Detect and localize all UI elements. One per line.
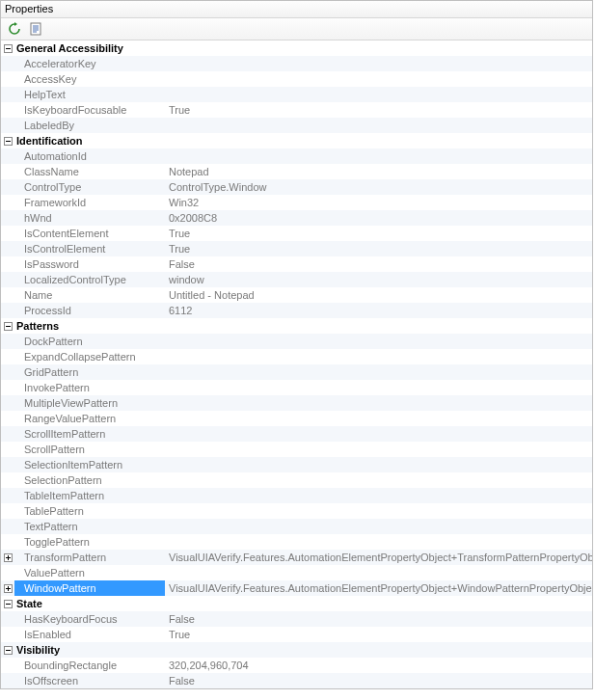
property-value[interactable] [165,534,592,550]
property-value[interactable] [165,364,592,380]
property-row[interactable]: IsControlElementTrue [1,241,592,256]
collapse-icon[interactable] [1,40,14,56]
property-row[interactable]: ValuePattern [1,565,592,580]
category-row[interactable]: Identification [1,133,592,148]
property-value[interactable] [165,472,592,488]
property-value[interactable]: False [165,611,592,627]
property-value[interactable]: True [165,226,592,241]
property-row[interactable]: IsKeyboardFocusableTrue [1,102,592,118]
property-row[interactable]: HelpText [1,87,592,102]
property-value[interactable]: True [165,241,592,256]
property-row[interactable]: ScrollItemPattern [1,426,592,442]
property-value[interactable]: False [165,256,592,272]
property-row[interactable]: BoundingRectangle320,204,960,704 [1,658,592,673]
expander-spacer [1,534,14,550]
expander-spacer [1,241,14,256]
property-value[interactable] [165,380,592,395]
property-value[interactable]: 0x2008C8 [165,210,592,226]
property-value[interactable]: VisualUIAVerify.Features.AutomationEleme… [165,550,592,565]
property-value[interactable] [165,411,592,426]
property-value[interactable] [165,87,592,102]
property-row[interactable]: IsContentElementTrue [1,226,592,241]
category-row[interactable]: General Accessibility [1,40,592,56]
property-label: HelpText [14,87,165,102]
property-row[interactable]: DockPattern [1,334,592,349]
collapse-icon[interactable] [1,642,14,658]
property-row[interactable]: TransformPatternVisualUIAVerify.Features… [1,550,592,565]
property-value[interactable] [165,565,592,580]
property-value[interactable] [165,56,592,71]
property-value[interactable]: Notepad [165,164,592,179]
property-row[interactable]: GridPattern [1,364,592,380]
property-row[interactable]: RangeValuePattern [1,411,592,426]
property-row[interactable]: hWnd0x2008C8 [1,210,592,226]
category-label: Visibility [14,642,165,658]
property-row[interactable]: ClassNameNotepad [1,164,592,179]
property-label: BoundingRectangle [14,658,165,673]
property-row[interactable]: ProcessId6112 [1,303,592,318]
collapse-icon[interactable] [1,133,14,148]
property-value[interactable] [165,71,592,87]
property-row[interactable]: IsOffscreenFalse [1,673,592,688]
refresh-button[interactable] [7,21,22,37]
category-row[interactable]: State [1,596,592,611]
expander-spacer [1,334,14,349]
property-row[interactable]: InvokePattern [1,380,592,395]
property-row[interactable]: SelectionPattern [1,472,592,488]
property-value[interactable]: VisualUIAVerify.Features.AutomationEleme… [165,580,592,596]
property-value[interactable] [165,457,592,472]
property-row[interactable]: SelectionItemPattern [1,457,592,472]
property-row[interactable]: ExpandCollapsePattern [1,349,592,364]
property-row[interactable]: HasKeyboardFocusFalse [1,611,592,627]
property-row[interactable]: TablePattern [1,503,592,519]
category-row[interactable]: Visibility [1,642,592,658]
property-value[interactable]: True [165,102,592,118]
property-row[interactable]: TableItemPattern [1,488,592,503]
property-row[interactable]: LabeledBy [1,118,592,133]
property-value[interactable] [165,519,592,534]
property-value[interactable]: Untitled - Notepad [165,287,592,303]
property-value[interactable]: False [165,673,592,688]
category-label: General Accessibility [14,40,165,56]
property-value[interactable]: True [165,627,592,642]
property-label: FrameworkId [14,195,165,210]
property-value[interactable]: 320,204,960,704 [165,658,592,673]
property-row[interactable]: IsPasswordFalse [1,256,592,272]
expand-icon[interactable] [1,580,14,596]
property-value[interactable] [165,349,592,364]
expand-icon[interactable] [1,550,14,565]
property-row[interactable]: ScrollPattern [1,442,592,457]
property-value[interactable] [165,503,592,519]
view-button[interactable] [28,21,43,37]
property-row[interactable]: AcceleratorKey [1,56,592,71]
property-value[interactable]: 6112 [165,303,592,318]
collapse-icon[interactable] [1,596,14,611]
property-value[interactable]: ControlType.Window [165,179,592,195]
property-row[interactable]: TogglePattern [1,534,592,550]
property-row[interactable]: WindowPatternVisualUIAVerify.Features.Au… [1,580,592,596]
property-row[interactable]: MultipleViewPattern [1,395,592,411]
property-value[interactable] [165,118,592,133]
property-row[interactable]: ControlTypeControlType.Window [1,179,592,195]
property-value[interactable] [165,488,592,503]
expander-spacer [1,395,14,411]
property-value[interactable] [165,442,592,457]
property-row[interactable]: NameUntitled - Notepad [1,287,592,303]
property-value[interactable] [165,148,592,164]
property-row[interactable]: FrameworkIdWin32 [1,195,592,210]
property-row[interactable]: LocalizedControlTypewindow [1,272,592,287]
property-row[interactable]: AccessKey [1,71,592,87]
property-value[interactable] [165,334,592,349]
property-label: ClassName [14,164,165,179]
category-label: State [14,596,165,611]
property-grid[interactable]: General AccessibilityAcceleratorKeyAcces… [1,40,592,688]
property-value[interactable]: Win32 [165,195,592,210]
property-row[interactable]: TextPattern [1,519,592,534]
collapse-icon[interactable] [1,318,14,334]
property-value[interactable] [165,426,592,442]
category-row[interactable]: Patterns [1,318,592,334]
property-value[interactable] [165,395,592,411]
property-row[interactable]: AutomationId [1,148,592,164]
property-row[interactable]: IsEnabledTrue [1,627,592,642]
property-value[interactable]: window [165,272,592,287]
